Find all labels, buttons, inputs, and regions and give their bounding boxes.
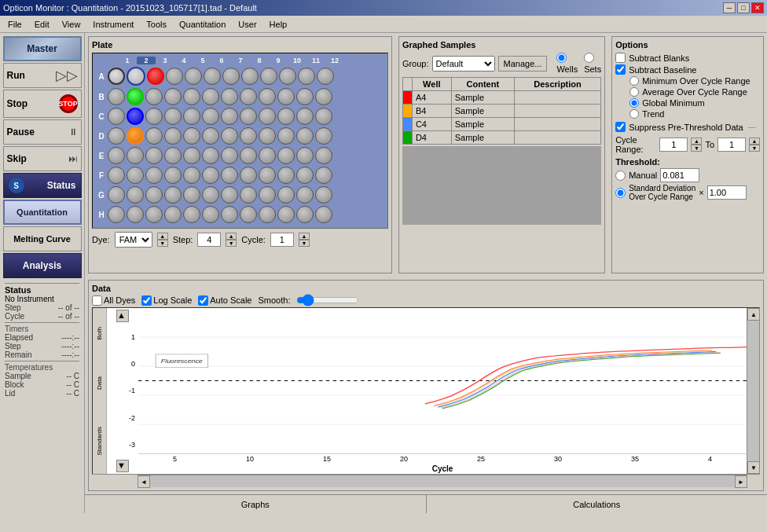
manual-threshold-input[interactable]	[660, 168, 699, 182]
menu-help[interactable]: Help	[263, 18, 294, 31]
well-G9[interactable]	[259, 186, 276, 204]
well-G6[interactable]	[202, 186, 219, 204]
data-label[interactable]: Data	[96, 376, 103, 390]
cycle-to-down[interactable]: ▼	[749, 145, 760, 152]
well-B7[interactable]	[221, 88, 238, 105]
suppress-checkbox[interactable]	[615, 122, 626, 132]
cycle-input[interactable]	[270, 233, 294, 247]
well-H1[interactable]	[108, 206, 125, 223]
well-B11[interactable]	[296, 88, 314, 105]
well-G7[interactable]	[221, 186, 238, 204]
scroll-up-button[interactable]: ▲	[747, 308, 760, 321]
well-D12[interactable]	[315, 127, 332, 145]
both-label[interactable]: Both	[96, 327, 103, 339]
well-F4[interactable]	[164, 167, 182, 184]
well-B1[interactable]	[108, 88, 125, 105]
well-H2[interactable]	[127, 206, 144, 223]
minimize-button[interactable]: ─	[723, 2, 736, 13]
dye-down-button[interactable]: ▼	[157, 240, 168, 247]
trend-radio[interactable]	[629, 109, 639, 119]
well-E12[interactable]	[315, 147, 332, 164]
well-D3[interactable]	[145, 127, 163, 145]
manual-radio[interactable]	[615, 171, 626, 181]
std-dev-radio[interactable]	[615, 188, 626, 198]
well-B9[interactable]	[259, 88, 276, 105]
menu-quantitation[interactable]: Quantitation	[173, 18, 232, 31]
menu-tools[interactable]: Tools	[140, 18, 173, 31]
global-min-radio[interactable]	[629, 98, 639, 108]
skip-button[interactable]: Skip ⏭	[3, 146, 82, 171]
well-A5[interactable]	[185, 68, 202, 85]
well-F8[interactable]	[240, 167, 257, 184]
graphs-button[interactable]: Graphs	[85, 495, 427, 513]
well-C5[interactable]	[183, 108, 200, 125]
well-H12[interactable]	[315, 206, 332, 223]
smooth-slider[interactable]	[296, 295, 359, 306]
well-C7[interactable]	[221, 108, 238, 125]
well-A10[interactable]	[279, 68, 296, 85]
step-up-button[interactable]: ▲	[226, 233, 237, 240]
vertical-scrollbar[interactable]: ▲ ▼	[747, 308, 759, 474]
well-C2[interactable]	[127, 108, 144, 125]
table-row[interactable]: C4 Sample	[402, 118, 600, 131]
well-F12[interactable]	[315, 167, 332, 184]
cycle-from-down[interactable]: ▼	[691, 145, 702, 152]
well-G5[interactable]	[183, 186, 200, 204]
well-E3[interactable]	[145, 147, 163, 164]
well-H7[interactable]	[221, 206, 238, 223]
well-A7[interactable]	[222, 68, 240, 85]
horizontal-scrollbar[interactable]: ◄ ►	[138, 475, 747, 487]
quantitation-button[interactable]: Quantitation	[3, 200, 82, 225]
cycle-from-input[interactable]	[659, 138, 688, 152]
well-D5[interactable]	[183, 127, 200, 145]
menu-user[interactable]: User	[232, 18, 262, 31]
step-input[interactable]	[197, 233, 221, 247]
well-G4[interactable]	[164, 186, 182, 204]
well-G2[interactable]	[127, 186, 144, 204]
well-D10[interactable]	[277, 127, 295, 145]
cycle-from-up[interactable]: ▲	[691, 138, 702, 145]
cycle-up-button[interactable]: ▲	[299, 233, 310, 240]
well-A2[interactable]	[127, 67, 145, 86]
scroll-down-button[interactable]: ▼	[747, 461, 760, 474]
subtract-blanks-checkbox[interactable]	[615, 53, 626, 63]
wells-radio[interactable]	[556, 53, 567, 63]
well-G3[interactable]	[145, 186, 163, 204]
well-C11[interactable]	[296, 108, 314, 125]
well-F10[interactable]	[277, 167, 295, 184]
well-D9[interactable]	[259, 127, 276, 145]
well-E1[interactable]	[108, 147, 125, 164]
well-G12[interactable]	[315, 186, 332, 204]
log-scale-checkbox[interactable]	[141, 295, 152, 306]
well-A9[interactable]	[260, 68, 277, 85]
well-A8[interactable]	[241, 68, 259, 85]
status-button[interactable]: S Status	[3, 173, 82, 198]
melting-curve-button[interactable]: Melting Curve	[3, 226, 82, 251]
master-button[interactable]: Master	[3, 36, 82, 61]
cycle-to-input[interactable]	[717, 138, 746, 152]
close-button[interactable]: ✕	[751, 2, 764, 13]
calculations-button[interactable]: Calculations	[427, 495, 768, 513]
well-E6[interactable]	[202, 147, 219, 164]
well-D7[interactable]	[221, 127, 238, 145]
dye-up-button[interactable]: ▲	[157, 233, 168, 240]
well-H4[interactable]	[164, 206, 182, 223]
well-C4[interactable]	[164, 108, 182, 125]
run-button[interactable]: Run ▷▷	[3, 63, 82, 88]
well-G1[interactable]	[108, 186, 125, 204]
well-A11[interactable]	[298, 68, 315, 85]
well-D4[interactable]	[164, 127, 182, 145]
well-H6[interactable]	[202, 206, 219, 223]
well-F5[interactable]	[183, 167, 200, 184]
well-D8[interactable]	[240, 127, 257, 145]
well-H10[interactable]	[277, 206, 295, 223]
well-H5[interactable]	[183, 206, 200, 223]
well-B6[interactable]	[202, 88, 219, 105]
well-B8[interactable]	[240, 88, 257, 105]
well-D2[interactable]	[127, 127, 144, 145]
well-E5[interactable]	[183, 147, 200, 164]
table-row[interactable]: B4 Sample	[402, 105, 600, 118]
well-E10[interactable]	[277, 147, 295, 164]
well-E4[interactable]	[164, 147, 182, 164]
well-C9[interactable]	[259, 108, 276, 125]
